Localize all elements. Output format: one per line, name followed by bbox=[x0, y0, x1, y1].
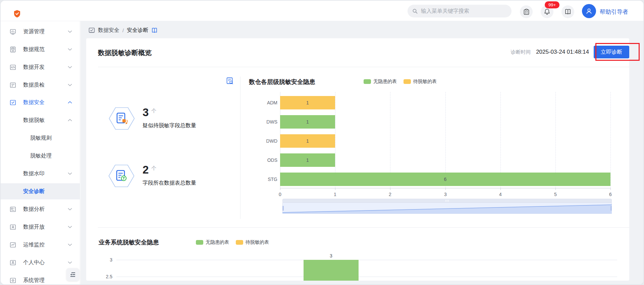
app-window: 99+ 帮助引导者 资源管理 数据规范 bbox=[0, 0, 644, 285]
clipboard-icon bbox=[523, 9, 530, 15]
sidebar-item-data-security[interactable]: 数据安全 bbox=[1, 94, 80, 110]
collapse-menu-icon bbox=[69, 272, 76, 278]
data-open-icon bbox=[10, 224, 16, 230]
x-tick-label: 4 bbox=[494, 192, 507, 197]
x-tick-label: 3 bbox=[439, 192, 452, 197]
x-tick-label: 6 bbox=[604, 192, 617, 197]
help-guide-link[interactable]: 帮助引导者 bbox=[600, 8, 628, 16]
menu-search bbox=[408, 5, 512, 17]
page-title: 数据脱敏诊断概览 bbox=[98, 48, 152, 57]
tables-stat-label: 字段所在数据表总数量 bbox=[143, 180, 196, 187]
bell-icon bbox=[544, 8, 550, 15]
chevron-down-icon bbox=[68, 172, 72, 175]
gridline bbox=[610, 92, 611, 188]
sidebar-item-masking-process[interactable]: 脱敏处理 bbox=[1, 148, 80, 164]
top-bar: 99+ 帮助引导者 bbox=[1, 1, 643, 21]
sidebar-collapse-button[interactable] bbox=[66, 268, 79, 281]
chevron-up-icon bbox=[68, 101, 72, 104]
x-tick-label: 5 bbox=[549, 192, 562, 197]
chevron-down-icon bbox=[68, 66, 72, 68]
axis-tick bbox=[555, 188, 556, 190]
search-input[interactable] bbox=[421, 8, 501, 14]
green-legend-swatch bbox=[364, 79, 371, 84]
docs-button[interactable] bbox=[561, 5, 574, 18]
data-standard-icon bbox=[10, 46, 16, 53]
sidebar-nav: 资源管理 数据规范 数据开发 数据质检 数据安全 数据脱敏 bbox=[1, 21, 80, 284]
breadcrumb-separator: / bbox=[122, 28, 124, 33]
sidebar-item-data-open[interactable]: 数据开放 bbox=[1, 219, 80, 235]
sidebar-item-resource-mgmt[interactable]: 资源管理 bbox=[1, 23, 80, 40]
breadcrumb-page: 安全诊断 bbox=[127, 27, 148, 34]
security-check-icon bbox=[10, 99, 16, 106]
analysis-icon bbox=[10, 206, 16, 212]
sidebar-item-data-watermark[interactable]: 数据水印 bbox=[1, 165, 80, 182]
sidebar-item-security-diagnosis[interactable]: 安全诊断 bbox=[1, 183, 80, 199]
sidebar-item-masking-rules[interactable]: 脱敏规则 bbox=[1, 130, 80, 146]
yellow-legend-swatch bbox=[404, 79, 411, 84]
chevron-down-icon bbox=[68, 261, 72, 264]
doc-book-icon[interactable] bbox=[151, 28, 158, 33]
axis-tick bbox=[280, 188, 280, 190]
x-tick-label: 0 bbox=[273, 192, 287, 197]
yellow-legend-swatch bbox=[236, 240, 243, 245]
page-module-icon bbox=[89, 28, 95, 33]
notification-count-badge: 99+ bbox=[545, 1, 559, 8]
search-icon bbox=[412, 8, 418, 14]
tables-stat-icon bbox=[108, 164, 135, 187]
fields-stat-value: 3 个 bbox=[143, 107, 156, 118]
quality-check-icon bbox=[10, 82, 16, 88]
fields-stat-icon bbox=[109, 107, 135, 130]
breadcrumb-section[interactable]: 数据安全 bbox=[98, 27, 119, 34]
axis-tick bbox=[445, 188, 446, 190]
legend-item-no-risk[interactable]: 无隐患的表 bbox=[364, 79, 397, 85]
category-label: DWD bbox=[230, 138, 277, 144]
diagnosis-time-label: 诊断时间 bbox=[511, 49, 531, 55]
legend-item-to-mask[interactable]: 待脱敏的表 bbox=[236, 239, 269, 245]
bar-adm[interactable]: 1 bbox=[280, 96, 335, 109]
category-label: ODS bbox=[230, 157, 277, 163]
datazoom-slider[interactable] bbox=[282, 199, 612, 214]
warehouse-chart-title: 数仓各层级脱敏安全隐患 bbox=[249, 78, 315, 86]
divider bbox=[240, 77, 240, 219]
category-label: STG bbox=[230, 177, 277, 182]
sidebar-item-data-standard[interactable]: 数据规范 bbox=[1, 41, 80, 57]
divider bbox=[98, 67, 629, 67]
view-detail-icon[interactable] bbox=[226, 77, 234, 85]
business-bar[interactable] bbox=[304, 260, 359, 281]
chevron-up-icon bbox=[68, 119, 72, 122]
green-legend-swatch bbox=[196, 240, 203, 245]
task-list-button[interactable] bbox=[520, 5, 533, 18]
person-icon bbox=[10, 259, 16, 266]
sidebar-item-ops-monitor[interactable]: 运维监控 bbox=[1, 237, 80, 253]
sidebar-item-data-analysis[interactable]: 数据分析 bbox=[1, 201, 80, 217]
bar-dwd[interactable]: 1 bbox=[280, 134, 335, 148]
sidebar-item-data-qc[interactable]: 数据质检 bbox=[1, 77, 80, 93]
chevron-down-icon bbox=[68, 84, 72, 86]
category-label: ADM bbox=[230, 100, 277, 105]
book-icon bbox=[565, 9, 571, 15]
gear-icon bbox=[10, 277, 16, 284]
sidebar-item-data-masking[interactable]: 数据脱敏 bbox=[1, 112, 80, 128]
business-chart-title: 业务系统脱敏安全隐患 bbox=[99, 238, 159, 246]
y-tick-label: 3 bbox=[93, 257, 112, 263]
chevron-down-icon bbox=[68, 48, 72, 51]
axis-tick bbox=[390, 188, 390, 190]
legend-item-no-risk[interactable]: 无隐患的表 bbox=[196, 239, 229, 245]
axis-tick bbox=[500, 188, 501, 190]
bar-ods[interactable]: 1 bbox=[280, 153, 335, 167]
x-tick-label: 2 bbox=[383, 192, 397, 197]
chevron-down-icon bbox=[68, 30, 72, 33]
brand-logo-icon bbox=[13, 10, 21, 18]
fields-stat-label: 疑似待脱敏字段总数量 bbox=[143, 122, 196, 129]
axis-tick bbox=[610, 188, 611, 190]
overview-card: 数据脱敏诊断概览 诊断时间 2025-03-24 01:48:14 立即诊断 bbox=[86, 38, 629, 281]
category-label: DWS bbox=[230, 119, 277, 125]
x-tick-label: 1 bbox=[328, 192, 342, 197]
bar-stg[interactable]: 6 bbox=[280, 173, 610, 186]
bar-dws[interactable]: 1 bbox=[280, 115, 335, 129]
breadcrumb: 数据安全 / 安全诊断 bbox=[89, 26, 158, 35]
resource-icon bbox=[10, 28, 16, 35]
legend-item-to-mask[interactable]: 待脱敏的表 bbox=[404, 79, 437, 85]
sidebar-item-data-dev[interactable]: 数据开发 bbox=[1, 59, 80, 75]
user-avatar[interactable] bbox=[582, 4, 596, 18]
